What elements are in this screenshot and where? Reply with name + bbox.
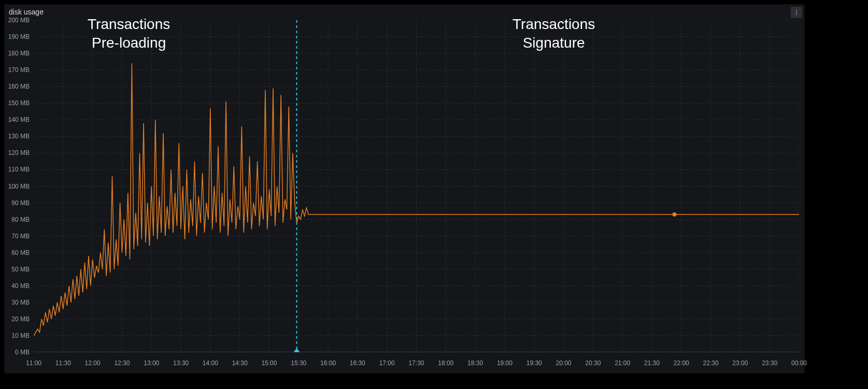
x-tick-label: 17:30 — [408, 359, 424, 367]
y-tick-label: 90 MB — [5, 199, 30, 207]
x-tick-label: 19:00 — [497, 359, 513, 367]
y-tick-label: 140 MB — [5, 116, 30, 123]
x-tick-label: 15:00 — [261, 359, 277, 367]
annotation-text: Pre-loading — [92, 35, 166, 51]
x-tick-label: 18:00 — [438, 359, 453, 367]
y-tick-label: 150 MB — [5, 99, 30, 107]
y-tick-label: 120 MB — [5, 149, 30, 156]
x-tick-label: 11:00 — [26, 359, 41, 367]
x-tick-label: 14:30 — [232, 359, 248, 367]
y-tick-label: 10 MB — [5, 332, 30, 339]
y-tick-label: 70 MB — [5, 233, 30, 240]
x-tick-label: 21:00 — [615, 359, 630, 367]
y-tick-label: 170 MB — [5, 66, 30, 74]
ellipsis-icon — [793, 9, 800, 16]
x-tick-label: 16:00 — [320, 359, 336, 367]
chart-svg — [34, 20, 799, 352]
x-tick-label: 20:00 — [556, 359, 572, 367]
plot-area[interactable] — [34, 20, 799, 352]
annotation-text: Transactions — [513, 16, 595, 32]
x-tick-label: 19:30 — [527, 359, 542, 367]
y-tick-label: 80 MB — [5, 216, 30, 223]
annotation-text: Signature — [523, 35, 585, 51]
y-tick-label: 130 MB — [5, 133, 30, 140]
y-tick-label: 0 MB — [5, 349, 30, 356]
y-tick-label: 200 MB — [5, 17, 30, 24]
annotation-text: Transactions — [88, 16, 170, 32]
x-tick-label: 22:00 — [674, 359, 689, 367]
x-tick-label: 12:30 — [114, 359, 130, 367]
annotation-preloading: Transactions Pre-loading — [88, 15, 170, 53]
x-tick-label: 15:30 — [291, 359, 306, 367]
x-tick-label: 14:00 — [203, 359, 218, 367]
x-tick-label: 16:30 — [350, 359, 365, 367]
x-tick-label: 13:30 — [173, 359, 189, 367]
x-tick-label: 22:30 — [703, 359, 719, 367]
y-tick-label: 40 MB — [5, 282, 30, 290]
x-tick-label: 23:30 — [762, 359, 777, 367]
svg-point-0 — [796, 10, 797, 11]
annotation-signature: Transactions Signature — [513, 15, 595, 53]
svg-point-54 — [673, 212, 677, 217]
chart-panel: disk usage 0 MB10 MB20 MB30 MB40 MB50 MB… — [4, 4, 805, 373]
y-tick-label: 20 MB — [5, 315, 30, 323]
x-tick-label: 13:00 — [144, 359, 159, 367]
y-tick-label: 50 MB — [5, 266, 30, 273]
svg-point-2 — [796, 14, 797, 15]
panel-menu-button[interactable] — [791, 7, 802, 18]
x-tick-label: 11:30 — [55, 359, 71, 367]
y-tick-label: 180 MB — [5, 50, 30, 57]
x-tick-label: 18:30 — [467, 359, 483, 367]
panel-title: disk usage — [9, 8, 44, 16]
y-tick-label: 60 MB — [5, 249, 30, 256]
x-tick-label: 20:30 — [585, 359, 601, 367]
x-tick-label: 00:00 — [791, 359, 807, 367]
y-tick-label: 30 MB — [5, 299, 30, 306]
x-tick-label: 17:00 — [379, 359, 395, 367]
x-tick-label: 21:30 — [644, 359, 660, 367]
y-tick-label: 100 MB — [5, 183, 30, 190]
x-tick-label: 12:00 — [85, 359, 101, 367]
y-tick-label: 160 MB — [5, 83, 30, 90]
x-tick-label: 23:00 — [732, 359, 748, 367]
svg-point-1 — [796, 12, 797, 13]
y-tick-label: 190 MB — [5, 33, 30, 40]
y-tick-label: 110 MB — [5, 166, 30, 173]
